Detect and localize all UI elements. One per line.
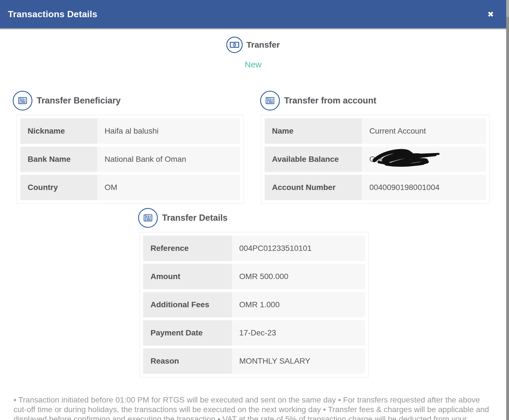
row-value: OM	[362, 147, 486, 172]
row-value: 17-Dec-23	[232, 320, 365, 346]
row-value: MONTHLY SALARY	[232, 348, 365, 374]
section-title: Transfer Details	[162, 213, 228, 223]
row-label: Amount	[143, 264, 232, 289]
row-label: Name	[265, 118, 362, 144]
row-label: Country	[20, 175, 97, 200]
table-row: Additional Fees OMR 1.000	[143, 292, 365, 317]
row-label: Nickname	[20, 118, 97, 144]
table-row: Available Balance OM	[265, 147, 486, 172]
newspaper-icon	[260, 91, 280, 110]
row-label: Bank Name	[20, 147, 97, 172]
beneficiary-table: Nickname Haifa al balushi Bank Name Nati…	[17, 115, 244, 204]
banknote-icon	[226, 37, 243, 53]
balance-currency: OM	[369, 155, 382, 164]
row-label: Available Balance	[265, 147, 362, 172]
from-account-table: Name Current Account Available Balance O…	[261, 115, 490, 204]
row-label: Payment Date	[143, 320, 232, 346]
row-label: Account Number	[265, 175, 362, 200]
table-row: Account Number 0040090198001004	[265, 175, 486, 200]
transfer-type-badge: Transfer	[0, 37, 506, 53]
section-heading-from-account: Transfer from account	[260, 91, 376, 110]
table-row: Reference 004PC01233510101	[143, 236, 365, 261]
newspaper-icon	[13, 91, 32, 110]
row-value: 0040090198001004	[362, 175, 486, 200]
row-value: OMR 1.000	[232, 292, 365, 317]
status-badge: New	[0, 60, 506, 69]
section-title: Transfer Beneficiary	[37, 96, 121, 106]
newspaper-icon	[138, 208, 158, 228]
transactions-details-modal: { "header": { "title": "Transactions Det…	[0, 0, 509, 420]
row-label: Additional Fees	[143, 292, 232, 317]
row-value: Current Account	[362, 118, 486, 144]
page-title: Transactions Details	[8, 9, 97, 19]
table-row: Amount OMR 500.000	[143, 264, 365, 289]
row-value: 004PC01233510101	[232, 236, 365, 261]
header-divider	[0, 28, 506, 29]
section-heading-details: Transfer Details	[138, 208, 228, 228]
row-label: Reason	[143, 348, 232, 374]
table-row: Bank Name National Bank of Oman	[20, 147, 240, 172]
row-value: OMR 500.000	[232, 264, 365, 289]
table-row: Nickname Haifa al balushi	[20, 118, 240, 144]
table-row: Country OM	[20, 175, 240, 200]
row-label: Reference	[143, 236, 232, 261]
footer-notes: • Transaction initiated before 01:00 PM …	[14, 395, 494, 420]
table-row: Payment Date 17-Dec-23	[143, 320, 365, 346]
close-icon[interactable]: ✖	[487, 10, 494, 18]
table-row: Name Current Account	[265, 118, 486, 144]
row-value: OM	[97, 175, 240, 200]
page-backdrop	[506, 0, 509, 420]
row-value: Haifa al balushi	[97, 118, 240, 144]
section-heading-beneficiary: Transfer Beneficiary	[13, 91, 121, 110]
transfer-type-label: Transfer	[246, 40, 280, 50]
section-title: Transfer from account	[284, 96, 376, 106]
modal-header: Transactions Details ✖	[0, 0, 506, 28]
table-row: Reason MONTHLY SALARY	[143, 348, 365, 374]
row-value: National Bank of Oman	[97, 147, 240, 172]
transfer-details-table: Reference 004PC01233510101 Amount OMR 50…	[140, 232, 369, 377]
